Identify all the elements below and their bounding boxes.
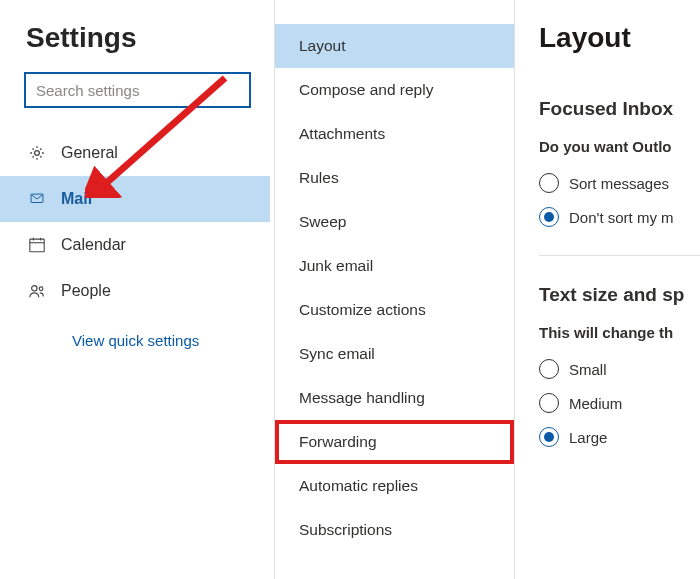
text-size-subtext: This will change th (539, 324, 700, 341)
submenu-item-rules[interactable]: Rules (275, 156, 514, 200)
radio-medium[interactable]: Medium (539, 393, 700, 413)
radio-icon (539, 427, 559, 447)
focused-inbox-subtext: Do you want Outlo (539, 138, 700, 155)
svg-point-0 (35, 151, 40, 156)
radio-label: Medium (569, 395, 622, 412)
radio-icon (539, 173, 559, 193)
radio-large[interactable]: Large (539, 427, 700, 447)
radio-small[interactable]: Small (539, 359, 700, 379)
radio-icon (539, 393, 559, 413)
view-quick-settings-link[interactable]: View quick settings (24, 314, 270, 349)
nav-label: Calendar (61, 236, 126, 254)
content-title: Layout (539, 22, 700, 54)
submenu-item-attachments[interactable]: Attachments (275, 112, 514, 156)
text-size-heading: Text size and sp (539, 284, 700, 306)
search-settings-input[interactable] (36, 82, 239, 99)
gear-icon (27, 143, 47, 163)
focused-inbox-heading: Focused Inbox (539, 98, 700, 120)
radio-dont-sort[interactable]: Don't sort my m (539, 207, 700, 227)
nav-item-people[interactable]: People (0, 268, 270, 314)
settings-content-panel: Layout Focused Inbox Do you want Outlo S… (515, 0, 700, 579)
submenu-item-compose[interactable]: Compose and reply (275, 68, 514, 112)
mail-icon (27, 189, 47, 209)
radio-icon (539, 359, 559, 379)
nav-label: Mail (61, 190, 92, 208)
nav-item-mail[interactable]: Mail (0, 176, 270, 222)
radio-label: Sort messages (569, 175, 669, 192)
search-settings-box[interactable] (24, 72, 251, 108)
radio-sort-messages[interactable]: Sort messages (539, 173, 700, 193)
calendar-icon (27, 235, 47, 255)
people-icon (27, 281, 47, 301)
svg-rect-2 (30, 239, 44, 252)
mail-submenu-panel: Layout Compose and reply Attachments Rul… (275, 0, 515, 579)
svg-point-13 (39, 287, 43, 291)
submenu-item-message-handling[interactable]: Message handling (275, 376, 514, 420)
submenu-item-automatic-replies[interactable]: Automatic replies (275, 464, 514, 508)
radio-label: Large (569, 429, 607, 446)
submenu-item-sweep[interactable]: Sweep (275, 200, 514, 244)
nav-label: General (61, 144, 118, 162)
svg-point-12 (32, 286, 37, 291)
mail-submenu-list: Layout Compose and reply Attachments Rul… (275, 24, 514, 552)
radio-label: Small (569, 361, 607, 378)
nav-item-calendar[interactable]: Calendar (0, 222, 270, 268)
submenu-item-layout[interactable]: Layout (275, 24, 514, 68)
settings-nav-list: General Mail (0, 130, 270, 314)
nav-label: People (61, 282, 111, 300)
submenu-item-subscriptions[interactable]: Subscriptions (275, 508, 514, 552)
settings-left-panel: Settings General Mail (0, 0, 275, 579)
section-divider (539, 255, 700, 256)
submenu-item-customize-actions[interactable]: Customize actions (275, 288, 514, 332)
radio-label: Don't sort my m (569, 209, 674, 226)
submenu-item-junk-email[interactable]: Junk email (275, 244, 514, 288)
settings-title: Settings (24, 22, 270, 54)
nav-item-general[interactable]: General (0, 130, 270, 176)
submenu-item-sync-email[interactable]: Sync email (275, 332, 514, 376)
radio-icon (539, 207, 559, 227)
submenu-item-forwarding[interactable]: Forwarding (275, 420, 514, 464)
